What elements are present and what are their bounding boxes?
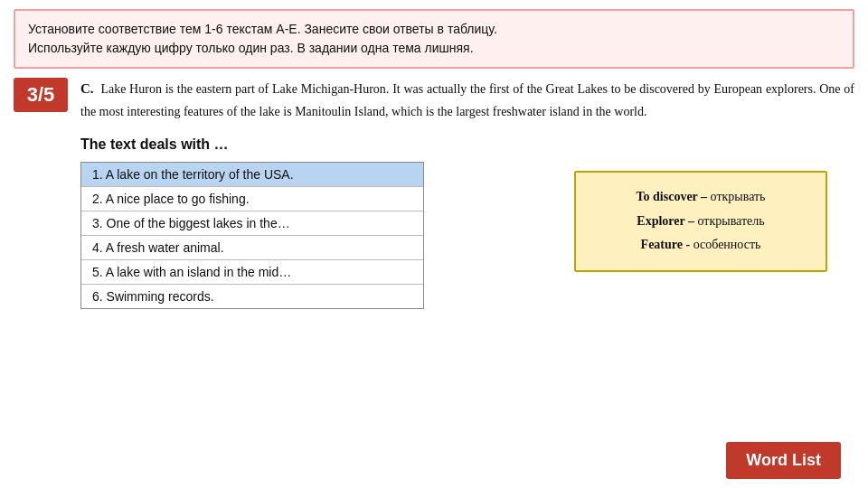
- option-item-1[interactable]: 1. A lake on the territory of the USA.: [81, 163, 423, 187]
- options-list: 1. A lake on the territory of the USA.2.…: [80, 162, 424, 309]
- vocab-word: Feature: [641, 238, 683, 251]
- badge-area: 3/5: [14, 78, 68, 309]
- text-area: C. Lake Huron is the eastern part of Lak…: [80, 78, 854, 309]
- passage-text: Lake Huron is the eastern part of Lake M…: [80, 82, 854, 118]
- passage: C. Lake Huron is the eastern part of Lak…: [80, 78, 854, 122]
- vocab-translation: открыватель: [698, 214, 765, 228]
- vocab-word: Explorer: [637, 214, 684, 228]
- passage-letter: C.: [80, 81, 94, 96]
- main-container: Установите соответствие тем 1-6 текстам …: [0, 0, 868, 488]
- option-item-2[interactable]: 2. A nice place to go fishing.: [81, 187, 423, 211]
- option-item-5[interactable]: 5. A lake with an island in the mid…: [81, 260, 423, 285]
- vocab-popup: To discover – открыватьExplorer – открыв…: [574, 171, 827, 272]
- vocab-translation: открывать: [711, 190, 766, 203]
- vocab-line: Explorer – открыватель: [592, 210, 809, 234]
- content-area: 3/5 C. Lake Huron is the eastern part of…: [14, 78, 854, 309]
- instruction-text: Установите соответствие тем 1-6 текстам …: [28, 22, 497, 55]
- question-label: The text deals with …: [80, 136, 854, 153]
- vocab-translation: особенность: [693, 238, 761, 251]
- word-list-button[interactable]: Word List: [726, 442, 841, 479]
- vocab-line: Feature - особенность: [592, 233, 809, 258]
- vocab-line: To discover – открывать: [592, 185, 809, 210]
- option-item-4[interactable]: 4. A fresh water animal.: [81, 236, 423, 260]
- option-item-3[interactable]: 3. One of the biggest lakes in the…: [81, 211, 423, 236]
- vocab-word: To discover: [637, 190, 698, 203]
- progress-badge: 3/5: [14, 78, 68, 112]
- option-item-6[interactable]: 6. Swimming records.: [81, 285, 423, 308]
- instruction-box: Установите соответствие тем 1-6 текстам …: [14, 9, 854, 69]
- options-area: 1. A lake on the territory of the USA.2.…: [80, 162, 854, 309]
